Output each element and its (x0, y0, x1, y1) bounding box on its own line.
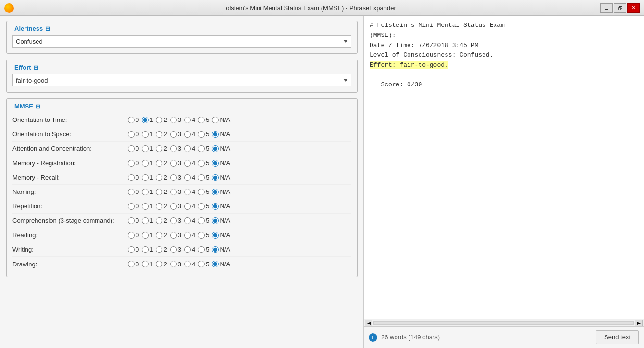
radio-5-orientation-time[interactable]: 5 (198, 116, 209, 123)
preview-line5-highlighted: Effort: fair-to-good. (370, 61, 448, 69)
radio-2-orientation-time[interactable]: 2 (156, 116, 167, 123)
radio-group-naming: 0 1 2 3 4 5 N/A (128, 188, 233, 195)
effort-label: Effort (14, 64, 31, 71)
mmse-label-attention: Attention and Concentration: (12, 145, 128, 152)
mmse-row-memory-reg: Memory - Registration: 0 1 2 3 4 5 N/A (12, 156, 351, 170)
window-title: Folstein's Mini Mental Status Exam (MMSE… (18, 4, 600, 12)
alertness-select[interactable]: Confused Alert Drowsy Obtunded Stuporous… (12, 35, 351, 48)
mmse-row-repetition: Repetition: 0 1 2 3 4 5 N/A (12, 199, 351, 214)
effort-select[interactable]: fair-to-good poor good excellent (12, 74, 351, 86)
preview-score: == Score: 0/30 (370, 80, 638, 90)
radio-group-orientation-space: 0 1 2 3 4 5 N/A (128, 131, 233, 138)
radio-group-comprehension: 0 1 2 3 4 5 N/A (128, 217, 233, 224)
preview-line2: (MMSE): (370, 31, 638, 41)
alertness-label: Alertness (14, 25, 43, 32)
minimize-button[interactable]: 🗕 (600, 3, 613, 13)
effort-group: Effort ⊟ fair-to-good poor good excellen… (6, 60, 358, 93)
horizontal-scrollbar: ◀ ▶ (364, 319, 644, 326)
restore-button[interactable]: 🗗 (614, 3, 626, 13)
mmse-label-orientation-space: Orientation to Space: (12, 131, 128, 138)
preview-line6 (370, 71, 638, 80)
preview-line3: Date / Time: 7/6/2018 3:45 PM (370, 41, 638, 51)
mmse-label-orientation-time: Orientation to Time: (12, 116, 128, 123)
mmse-row-attention: Attention and Concentration: 0 1 2 3 4 5… (12, 142, 351, 156)
mmse-row-naming: Naming: 0 1 2 3 4 5 N/A (12, 185, 351, 199)
radio-group-repetition: 0 1 2 3 4 5 N/A (128, 203, 233, 210)
horizontal-scroll-track[interactable] (373, 321, 634, 325)
mmse-row-memory-recall: Memory - Recall: 0 1 2 3 4 5 N/A (12, 170, 351, 185)
mmse-row-comprehension: Comprehension (3-stage command): 0 1 2 3… (12, 214, 351, 228)
radio-group-memory-reg: 0 1 2 3 4 5 N/A (128, 159, 233, 167)
radio-4-orientation-time[interactable]: 4 (184, 116, 195, 123)
mmse-label-repetition: Repetition: (12, 203, 128, 210)
preview-line4: Level of Consciousness: Confused. (370, 50, 638, 60)
radio-group-drawing: 0 1 2 3 4 5 N/A (128, 261, 233, 268)
mmse-row-reading: Reading: 0 1 2 3 4 5 N/A (12, 228, 351, 242)
mmse-label: MMSE (14, 103, 33, 110)
right-panel: # Folstein's Mini Mental Status Exam (MM… (363, 16, 644, 348)
title-bar-controls: 🗕 🗗 ✕ (600, 3, 640, 13)
scroll-left-button[interactable]: ◀ (365, 320, 372, 326)
radio-group-writing: 0 1 2 3 4 5 N/A (128, 246, 233, 253)
content-area: Alertness ⊟ Confused Alert Drowsy Obtund… (0, 16, 644, 348)
info-icon: i (369, 333, 377, 342)
radio-na-orientation-time[interactable]: N/A (212, 116, 230, 123)
radio-group-memory-recall: 0 1 2 3 4 5 N/A (128, 174, 233, 181)
mmse-label-writing: Writing: (12, 246, 128, 253)
word-count: 26 words (149 chars) (381, 334, 592, 341)
mmse-label-comprehension: Comprehension (3-stage command): (12, 217, 128, 224)
mmse-row-drawing: Drawing: 0 1 2 3 4 5 N/A (12, 257, 351, 271)
radio-0-orientation-time[interactable]: 0 (128, 116, 139, 123)
effort-legend: Effort ⊟ (12, 64, 351, 71)
main-window: Folstein's Mini Mental Status Exam (MMSE… (0, 0, 644, 348)
alertness-icon: ⊟ (45, 25, 50, 32)
mmse-label-drawing: Drawing: (12, 261, 128, 268)
radio-group-attention: 0 1 2 3 4 5 N/A (128, 145, 233, 152)
app-icon (4, 3, 14, 13)
mmse-icon: ⊟ (36, 103, 40, 110)
mmse-row-orientation-time: Orientation to Time: 0 1 2 3 4 5 N/A (12, 113, 351, 127)
title-bar: Folstein's Mini Mental Status Exam (MMSE… (0, 0, 644, 16)
bottom-bar: i 26 words (149 chars) Send text (364, 326, 644, 348)
mmse-row-orientation-space: Orientation to Space: 0 1 2 3 4 5 N/A (12, 127, 351, 142)
radio-3-orientation-time[interactable]: 3 (170, 116, 181, 123)
send-text-button[interactable]: Send text (596, 330, 639, 344)
mmse-group: MMSE ⊟ Orientation to Time: 0 1 2 3 4 5 … (6, 98, 358, 277)
preview-line5: Effort: fair-to-good. (370, 60, 638, 71)
scroll-right-button[interactable]: ▶ (635, 320, 643, 326)
mmse-label-memory-recall: Memory - Recall: (12, 174, 128, 181)
close-button[interactable]: ✕ (627, 3, 640, 13)
preview-line1: # Folstein's Mini Mental Status Exam (370, 21, 638, 31)
mmse-label-memory-reg: Memory - Registration: (12, 159, 128, 167)
mmse-label-naming: Naming: (12, 188, 128, 195)
effort-icon: ⊟ (34, 64, 38, 71)
radio-group-orientation-time: 0 1 2 3 4 5 N/A (128, 116, 233, 123)
radio-1-orientation-time[interactable]: 1 (142, 116, 153, 123)
text-preview-area[interactable]: # Folstein's Mini Mental Status Exam (MM… (364, 16, 644, 319)
mmse-row-writing: Writing: 0 1 2 3 4 5 N/A (12, 242, 351, 257)
radio-group-reading: 0 1 2 3 4 5 N/A (128, 231, 233, 239)
alertness-group: Alertness ⊟ Confused Alert Drowsy Obtund… (6, 21, 358, 54)
mmse-legend: MMSE ⊟ (12, 103, 351, 110)
left-panel: Alertness ⊟ Confused Alert Drowsy Obtund… (0, 16, 363, 348)
mmse-label-reading: Reading: (12, 231, 128, 239)
alertness-legend: Alertness ⊟ (12, 25, 351, 32)
